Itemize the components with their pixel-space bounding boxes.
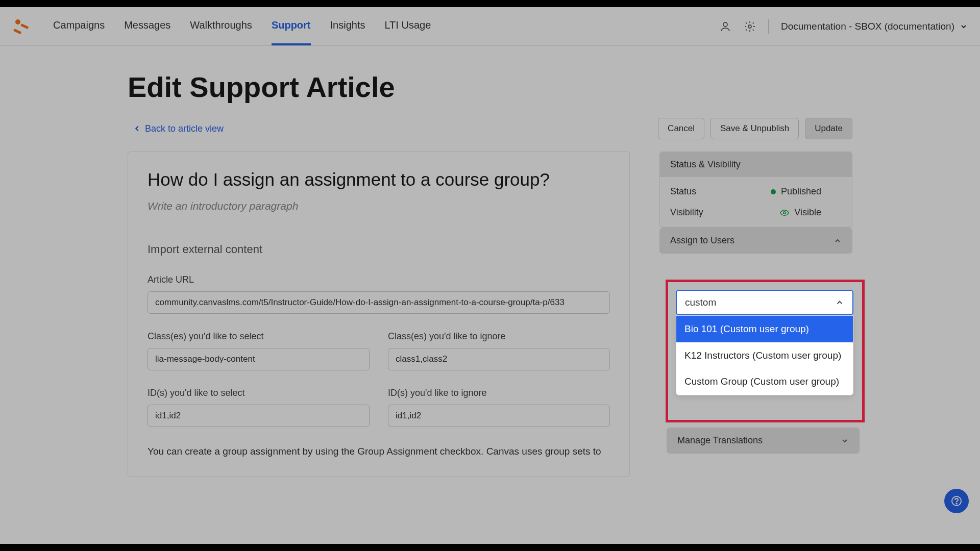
article-url-label: Article URL xyxy=(148,274,610,285)
article-body-preview: You can create a group assignment by usi… xyxy=(148,444,610,459)
visibility-label: Visibility xyxy=(670,207,703,218)
header-divider xyxy=(768,19,769,34)
assign-option-k12-instructors[interactable]: K12 Instructors (Custom user group) xyxy=(676,342,853,369)
update-button[interactable]: Update xyxy=(805,118,852,139)
status-panel-header: Status & Visibility xyxy=(660,152,852,177)
assign-option-custom-group[interactable]: Custom Group (Custom user group) xyxy=(676,368,853,395)
status-visibility-panel: Status & Visibility Status Published Vis… xyxy=(659,152,852,228)
assign-panel-header[interactable]: Assign to Users xyxy=(660,228,852,253)
svg-point-7 xyxy=(956,503,957,504)
id-select-input[interactable] xyxy=(148,405,370,427)
assign-users-option-list: Bio 101 (Custom user group) K12 Instruct… xyxy=(676,315,853,395)
svg-point-4 xyxy=(748,25,751,28)
user-icon[interactable] xyxy=(719,20,731,33)
chevron-up-icon xyxy=(835,298,844,307)
id-ignore-label: ID(s) you'd like to ignore xyxy=(388,388,610,398)
nav-lti-usage[interactable]: LTI Usage xyxy=(384,7,431,45)
assign-panel-header-label: Assign to Users xyxy=(670,235,734,246)
nav-campaigns[interactable]: Campaigns xyxy=(53,7,105,45)
chevron-down-icon xyxy=(960,22,968,31)
class-ignore-label: Class(es) you'd like to ignore xyxy=(388,331,610,342)
assign-users-search-input[interactable] xyxy=(685,297,835,308)
eye-icon xyxy=(780,208,789,217)
page-title: Edit Support Article xyxy=(128,70,852,104)
assign-users-dropdown: Bio 101 (Custom user group) K12 Instruct… xyxy=(676,290,853,395)
assign-users-combobox[interactable] xyxy=(676,290,853,315)
status-value: Published xyxy=(781,186,821,197)
status-dot-icon xyxy=(771,189,776,194)
nav-messages[interactable]: Messages xyxy=(124,7,170,45)
svg-point-3 xyxy=(723,22,727,27)
class-ignore-input[interactable] xyxy=(388,348,610,370)
intro-placeholder[interactable]: Write an introductory paragraph xyxy=(148,200,610,212)
class-select-label: Class(es) you'd like to select xyxy=(148,331,370,342)
visibility-value: Visible xyxy=(794,207,821,218)
chevron-up-icon xyxy=(834,237,842,245)
cancel-button[interactable]: Cancel xyxy=(658,118,704,139)
svg-point-0 xyxy=(15,19,20,24)
back-link[interactable]: Back to article view xyxy=(134,123,224,134)
main-nav: Campaigns Messages Walkthroughs Support … xyxy=(53,7,431,45)
status-label: Status xyxy=(670,186,696,197)
article-url-input[interactable] xyxy=(148,291,610,314)
nav-support[interactable]: Support xyxy=(272,7,311,45)
assign-option-bio-101[interactable]: Bio 101 (Custom user group) xyxy=(676,316,853,342)
svg-rect-2 xyxy=(13,29,22,34)
save-unpublish-button[interactable]: Save & Unpublish xyxy=(710,118,799,139)
article-title-input[interactable] xyxy=(148,169,610,190)
chevron-left-icon xyxy=(134,125,141,132)
nav-walkthroughs[interactable]: Walkthroughs xyxy=(190,7,252,45)
manage-translations-panel[interactable]: Manage Translations xyxy=(667,428,860,454)
back-link-label: Back to article view xyxy=(145,123,224,134)
workspace-switcher[interactable]: Documentation - SBOX (documentation) xyxy=(781,21,968,32)
id-select-label: ID(s) you'd like to select xyxy=(148,388,370,398)
assign-users-panel: Assign to Users xyxy=(659,228,852,254)
article-editor: Write an introductory paragraph Import e… xyxy=(128,152,630,477)
app-logo xyxy=(12,16,33,37)
svg-rect-1 xyxy=(20,23,29,29)
help-fab[interactable] xyxy=(944,489,969,513)
top-nav: Campaigns Messages Walkthroughs Support … xyxy=(0,7,980,46)
import-section-label: Import external content xyxy=(148,243,610,256)
gear-icon[interactable] xyxy=(744,20,756,33)
id-ignore-input[interactable] xyxy=(388,405,610,427)
svg-point-5 xyxy=(783,211,786,214)
chevron-down-icon xyxy=(841,437,849,445)
sidebar-panels: Status & Visibility Status Published Vis… xyxy=(659,152,852,254)
class-select-input[interactable] xyxy=(148,348,370,370)
manage-translations-label: Manage Translations xyxy=(677,435,763,446)
nav-insights[interactable]: Insights xyxy=(330,7,365,45)
workspace-label: Documentation - SBOX (documentation) xyxy=(781,21,954,32)
